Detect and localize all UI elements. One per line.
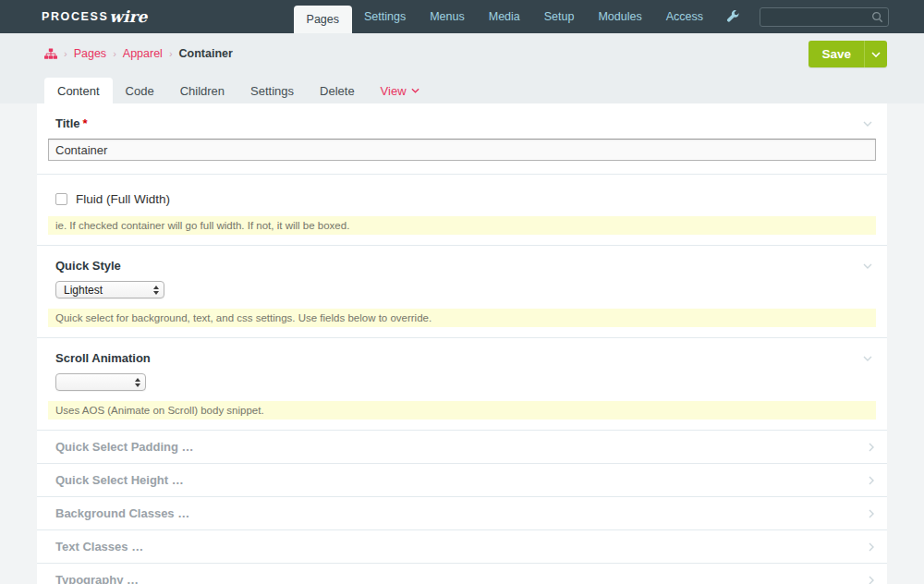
- collapsed-section-quick-select-height[interactable]: Quick Select Height …: [37, 464, 887, 497]
- field-scroll-animation-header: Scroll Animation: [37, 338, 887, 365]
- tab-view[interactable]: View: [368, 78, 432, 103]
- collapse-toggle-icon[interactable]: [859, 119, 876, 128]
- field-quick-style: Quick Style Lightest Quick select for ba…: [37, 246, 887, 338]
- fluid-field-note: ie. If checked container will go full wi…: [48, 216, 876, 235]
- chevron-right-icon: [869, 509, 874, 518]
- collapsed-section-text-classes[interactable]: Text Classes …: [37, 530, 887, 564]
- save-split-button: Save: [808, 41, 887, 67]
- required-marker: *: [83, 116, 88, 130]
- collapsed-section-label: Typography …: [55, 573, 139, 584]
- field-fluid: Fluid (Full Width) ie. If checked contai…: [37, 175, 887, 246]
- collapsed-section-label: Quick Select Height …: [55, 473, 184, 487]
- breadcrumb-separator: ›: [169, 48, 173, 59]
- fluid-checkbox-label[interactable]: Fluid (Full Width): [76, 192, 170, 206]
- collapsed-section-background-classes[interactable]: Background Classes …: [37, 497, 887, 530]
- fluid-checkbox-row: Fluid (Full Width): [37, 175, 887, 206]
- chevron-down-icon: [411, 88, 419, 93]
- chevron-down-icon: [871, 52, 881, 57]
- collapsed-section-label: Quick Select Padding …: [55, 440, 194, 454]
- tab-code[interactable]: Code: [113, 78, 167, 103]
- breadcrumb: › Pages › Apparel › Container: [0, 33, 924, 60]
- processwire-logo[interactable]: PROCESSwire: [42, 0, 147, 33]
- quick-style-label: Quick Style: [55, 259, 121, 273]
- nav-item-access[interactable]: Access: [654, 0, 715, 33]
- breadcrumb-link-pages[interactable]: Pages: [74, 47, 106, 60]
- search-icon: [871, 11, 883, 23]
- breadcrumb-current-page: Container: [179, 47, 233, 60]
- scroll-animation-label: Scroll Animation: [55, 351, 151, 365]
- collapse-toggle-icon[interactable]: [859, 354, 876, 363]
- scroll-animation-note: Uses AOS (Animate on Scroll) body snippe…: [48, 401, 876, 420]
- logo-text-wire: wire: [109, 7, 147, 26]
- select-arrows-icon: [153, 286, 159, 295]
- tab-children[interactable]: Children: [167, 78, 237, 103]
- collapsed-section-label: Background Classes …: [55, 506, 189, 520]
- tab-content[interactable]: Content: [44, 78, 113, 103]
- collapsed-section-label: Text Classes …: [55, 540, 143, 554]
- field-title: Title*: [37, 103, 887, 175]
- tab-view-label: View: [381, 84, 407, 98]
- breadcrumb-separator: ›: [113, 48, 116, 59]
- select-arrows-icon: [135, 378, 140, 387]
- breadcrumb-separator: ›: [64, 48, 67, 59]
- nav-item-menus[interactable]: Menus: [418, 0, 477, 33]
- field-quick-style-header: Quick Style: [37, 246, 887, 273]
- title-input[interactable]: [48, 139, 876, 161]
- collapse-toggle-icon[interactable]: [859, 262, 876, 271]
- field-title-header: Title*: [37, 103, 887, 130]
- collapsed-section-quick-select-padding[interactable]: Quick Select Padding …: [37, 431, 887, 464]
- fluid-checkbox[interactable]: [55, 193, 67, 205]
- wrench-icon[interactable]: [715, 0, 750, 33]
- nav-item-pages[interactable]: Pages: [294, 6, 352, 33]
- search-input[interactable]: [765, 10, 871, 23]
- top-navigation: Pages Settings Menus Media Setup Modules…: [294, 0, 924, 33]
- save-button[interactable]: Save: [808, 41, 864, 67]
- nav-item-media[interactable]: Media: [477, 0, 532, 33]
- nav-item-settings[interactable]: Settings: [352, 0, 418, 33]
- top-bar: PROCESSwire Pages Settings Menus Media S…: [0, 0, 924, 33]
- content-panel: Title* Fluid (Full Width) ie. If checked…: [37, 103, 887, 584]
- logo-text-process: PROCESS: [42, 10, 108, 23]
- scroll-animation-select[interactable]: [55, 373, 146, 391]
- page-edit-tabs: Content Code Children Settings Delete Vi…: [0, 78, 924, 103]
- search-box[interactable]: [760, 7, 889, 27]
- chevron-right-icon: [869, 542, 874, 552]
- chevron-right-icon: [869, 576, 874, 584]
- chevron-right-icon: [869, 476, 874, 485]
- tab-settings[interactable]: Settings: [237, 78, 307, 103]
- quick-style-select[interactable]: Lightest: [55, 281, 164, 298]
- quick-style-selected-value: Lightest: [64, 284, 103, 297]
- nav-item-setup[interactable]: Setup: [532, 0, 587, 33]
- field-title-label: Title*: [55, 116, 88, 130]
- masthead: › Pages › Apparel › Container Save Conte…: [0, 33, 924, 103]
- quick-style-note: Quick select for background, text, and c…: [48, 309, 876, 327]
- chevron-right-icon: [869, 443, 874, 452]
- nav-item-modules[interactable]: Modules: [586, 0, 653, 33]
- sitemap-icon[interactable]: [44, 48, 57, 60]
- breadcrumb-link-apparel[interactable]: Apparel: [123, 47, 163, 60]
- field-scroll-animation: Scroll Animation Uses AOS (Animate on Sc…: [37, 338, 887, 431]
- collapsed-section-typography[interactable]: Typography …: [37, 564, 887, 584]
- tab-delete[interactable]: Delete: [307, 78, 368, 103]
- save-dropdown-toggle[interactable]: [864, 41, 887, 67]
